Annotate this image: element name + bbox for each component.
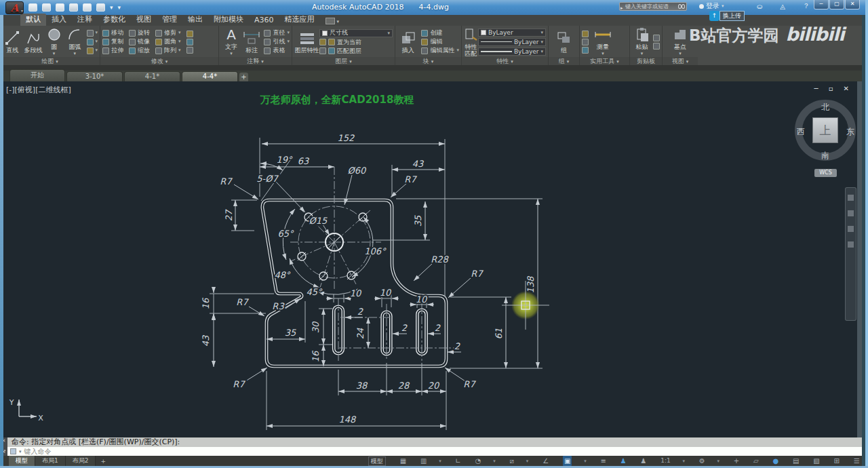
lineweight-icon[interactable]: ≡	[600, 456, 606, 466]
block-edit-button[interactable]: 编辑	[430, 38, 442, 45]
color-dropdown[interactable]: ByLayer▾	[478, 28, 546, 37]
crosshair-icon[interactable]: +	[734, 456, 739, 466]
command-dropdown-icon[interactable]: ▾	[19, 449, 22, 454]
array-button[interactable]: 阵列	[164, 47, 176, 54]
scale-button[interactable]: 缩放	[138, 47, 150, 54]
file-tab-start[interactable]: 开始	[9, 69, 65, 81]
panel-title-draw[interactable]: 绘图 ▾	[0, 57, 100, 65]
dim-style-button[interactable]: 直径	[273, 29, 285, 37]
id-point-icon[interactable]	[582, 39, 589, 45]
new-tab-button[interactable]: +	[239, 73, 248, 81]
file-tab-4-4[interactable]: 4-4*	[182, 71, 238, 81]
ribbon-tab-insert[interactable]: 插入	[46, 14, 72, 26]
wcs-button[interactable]: WCS	[814, 169, 837, 177]
panel-title-view[interactable]: 视图 ▾	[663, 57, 698, 65]
scale-icon[interactable]	[129, 47, 136, 54]
table-icon[interactable]	[264, 47, 271, 54]
block-create-button[interactable]: 创建	[430, 29, 442, 37]
tray-circle-icon[interactable]: ●	[773, 456, 779, 466]
new-layout-button[interactable]: +	[96, 458, 111, 465]
layout-tab-2[interactable]: 布局2	[66, 456, 96, 466]
annoscale-icon[interactable]: ♟	[640, 456, 646, 466]
nav-pan-icon[interactable]	[848, 195, 854, 201]
layer-match-icon[interactable]	[328, 47, 335, 54]
layer-properties-button[interactable]: 图层特性	[294, 30, 319, 54]
panel-title-properties[interactable]: 特性 ▾	[462, 57, 548, 65]
panel-title-group[interactable]: 组 ▾	[549, 57, 579, 65]
panel-title-annotate[interactable]: 注释 ▾	[219, 57, 292, 65]
move-button[interactable]: 移动	[111, 29, 123, 37]
table-button[interactable]: 表格	[273, 47, 285, 54]
signin-button[interactable]: 登录▾	[699, 1, 740, 11]
block-edit-icon[interactable]	[421, 39, 428, 45]
layer-bulb-icon[interactable]	[319, 39, 326, 45]
scale-value[interactable]: 1:1	[660, 456, 670, 466]
new-file-icon[interactable]	[28, 3, 37, 12]
mirror-icon[interactable]	[129, 39, 136, 45]
paste-button[interactable]: 粘贴▾	[632, 26, 652, 57]
panel-title-clipboard[interactable]: 剪贴板	[630, 57, 662, 65]
line-button[interactable]: 直线	[2, 30, 23, 54]
ribbon-tab-view[interactable]: 视图	[131, 14, 157, 26]
ribbon-display-icon[interactable]	[326, 18, 335, 24]
viewcube-top-face[interactable]: 上	[812, 117, 838, 143]
circle-button[interactable]: 圆▾	[43, 26, 64, 57]
block-editattr-button[interactable]: 编辑属性	[430, 47, 454, 54]
panel-title-modify[interactable]: 修改 ▾	[100, 57, 218, 65]
binoculars-icon[interactable]	[678, 4, 685, 9]
panel-title-layers[interactable]: 图层 ▾	[292, 57, 395, 65]
stretch-button[interactable]: 拉伸	[111, 47, 123, 54]
block-editattr-icon[interactable]	[421, 47, 428, 54]
help-icon[interactable]: ？	[803, 1, 810, 11]
measure-quick-icon[interactable]	[582, 31, 589, 37]
trim-button[interactable]: 修剪	[164, 29, 176, 37]
layout-tab-1[interactable]: 布局1	[35, 456, 66, 466]
command-input[interactable]: ▾ 键入命令	[7, 447, 868, 456]
grid-icon[interactable]: ▦	[400, 456, 406, 466]
match-layer-button[interactable]: 匹配图层	[337, 47, 361, 55]
otrack-icon[interactable]: ∠	[542, 456, 549, 466]
tray1-icon[interactable]: ▤	[793, 456, 799, 466]
erase-icon[interactable]	[186, 31, 193, 37]
block-create-icon[interactable]	[421, 30, 428, 37]
ribbon-tab-featured[interactable]: 精选应用	[279, 14, 320, 26]
minimize-button[interactable]: ─	[814, 0, 829, 9]
cart-icon[interactable]: ⛀	[757, 3, 762, 10]
isodraft-icon[interactable]: ⧄	[510, 456, 514, 466]
measure-button[interactable]: 测量▾	[591, 26, 614, 57]
fillet-icon[interactable]	[155, 39, 162, 45]
search-caret-icon[interactable]: ▸	[620, 4, 623, 12]
snap-icon[interactable]: ▥	[420, 456, 427, 466]
panel-title-block[interactable]: 块 ▾	[395, 57, 461, 65]
rectangle-icon[interactable]	[87, 30, 94, 37]
tray2-icon[interactable]: ▧	[813, 456, 819, 466]
layer-lock-icon[interactable]	[319, 47, 326, 54]
app-logo-button[interactable]: A▾	[5, 1, 24, 14]
ortho-icon[interactable]: ∟	[456, 456, 461, 466]
isolate-icon[interactable]: ▱	[753, 456, 759, 466]
open-file-icon[interactable]	[42, 3, 51, 12]
ellipse-icon[interactable]	[87, 39, 94, 45]
navigation-bar[interactable]	[845, 187, 856, 321]
explode-icon[interactable]	[186, 39, 193, 45]
offset-icon[interactable]	[186, 47, 193, 54]
dimension-button[interactable]: 标注	[241, 30, 262, 54]
undo-icon[interactable]	[96, 3, 105, 12]
match-properties-button[interactable]: 特性匹配	[464, 26, 478, 57]
qat-dropdown-icon[interactable]: ▾	[118, 4, 121, 11]
trim-icon[interactable]	[155, 30, 162, 37]
rotate-button[interactable]: 旋转	[138, 29, 150, 37]
base-button[interactable]: 基点▾	[669, 26, 692, 57]
stretch-icon[interactable]	[102, 47, 109, 54]
fillet-button[interactable]: 圆角	[164, 38, 176, 45]
nav-wheel-icon[interactable]	[848, 226, 854, 232]
plot-icon[interactable]	[83, 3, 92, 12]
viewcube-east[interactable]: 东	[846, 126, 854, 138]
upload-tooltip[interactable]: ↑ 换上传	[709, 11, 745, 21]
close-button[interactable]: ✕	[845, 0, 860, 9]
drawing-canvas[interactable]: [-][俯视][二维线框] ─ ▫ ✕ 万老师原创，全新CAD2018教程 B站…	[0, 81, 868, 437]
redo-icon[interactable]: ▾	[110, 4, 113, 11]
save-icon[interactable]	[56, 3, 64, 12]
hatch-icon[interactable]	[87, 47, 94, 54]
leader-icon[interactable]	[264, 39, 271, 45]
